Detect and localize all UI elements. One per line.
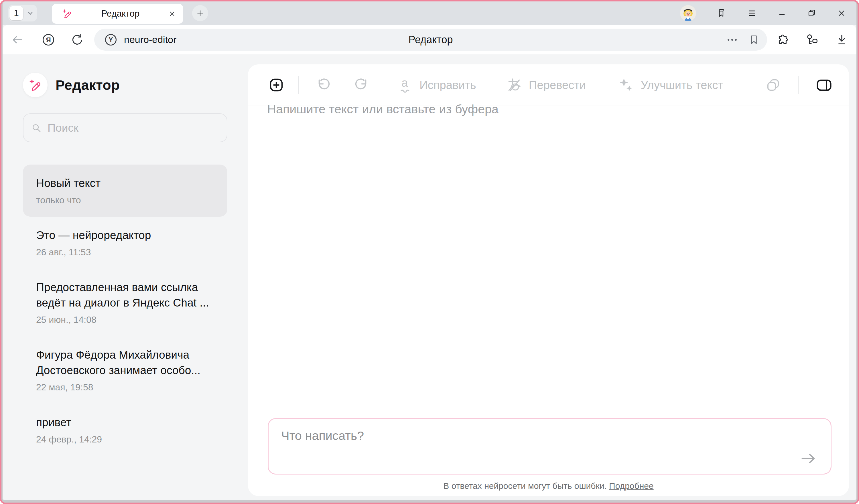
copy-button[interactable] <box>765 77 781 93</box>
disclaimer-text: В ответах нейросети могут быть ошибки. <box>443 481 606 491</box>
document-title: Новый текст <box>36 175 214 191</box>
svg-text:Y: Y <box>108 36 113 44</box>
document-title: Предоставленная вами ссылка ведёт на диа… <box>36 280 214 310</box>
extensions-puzzle-icon[interactable] <box>776 33 789 46</box>
url-text: neuro-editor <box>124 34 176 45</box>
document-timestamp: 22 мая, 19:58 <box>36 382 214 393</box>
fix-text-label: Исправить <box>420 79 476 92</box>
document-list-item[interactable]: Новый тексттолько что <box>23 165 227 217</box>
fix-text-button[interactable]: а Исправить <box>398 77 476 93</box>
reload-icon[interactable] <box>71 33 84 46</box>
editor-toolbar: а Исправить Перевести <box>248 64 849 106</box>
document-list: Новый тексттолько чтоЭто — нейроредактор… <box>23 165 227 456</box>
tab-strip: 1 Редактор <box>3 1 856 25</box>
translate-label: Перевести <box>529 79 586 92</box>
search-input[interactable] <box>47 122 219 134</box>
disclaimer-more-link[interactable]: Подробнее <box>609 481 654 491</box>
chevron-down-icon[interactable] <box>26 9 35 17</box>
panel-toggle-button[interactable] <box>815 77 833 93</box>
search-box[interactable] <box>23 113 227 142</box>
editor-text-area[interactable] <box>248 107 849 418</box>
page-title: Редактор <box>94 34 767 46</box>
document-timestamp: 26 авг., 11:53 <box>36 246 214 258</box>
translate-button[interactable]: Перевести <box>506 77 586 93</box>
sidebar: Редактор Новый тексттолько чтоЭто — нейр… <box>23 55 227 456</box>
tab-close-icon[interactable] <box>168 10 176 17</box>
send-arrow-button[interactable] <box>799 450 817 467</box>
improve-text-label: Улучшить текст <box>641 79 723 92</box>
tab-favicon-pencil-icon <box>62 8 73 19</box>
yandex-search-icon[interactable]: Я <box>42 33 55 47</box>
document-list-item[interactable]: Это — нейроредактор26 авг., 11:53 <box>23 217 227 269</box>
sparkles-icon <box>618 77 634 93</box>
window-controls <box>680 1 846 25</box>
document-title: Фигура Фёдора Михайловича Достоевского з… <box>36 347 214 378</box>
document-timestamp: 25 июн., 14:08 <box>36 314 214 325</box>
document-timestamp: 24 февр., 14:29 <box>36 433 214 445</box>
prompt-box <box>268 418 831 474</box>
browser-window: 1 Редактор <box>1 1 858 503</box>
site-badge-icon: Y <box>104 33 118 47</box>
ai-disclaimer: В ответах нейросети могут быть ошибки. П… <box>248 481 849 491</box>
document-title: привет <box>36 415 214 430</box>
bookmarks-panel-icon[interactable] <box>717 8 726 18</box>
editor-card: а Исправить Перевести <box>248 64 849 496</box>
new-document-button[interactable] <box>267 76 285 94</box>
search-icon <box>31 122 42 133</box>
minimize-icon[interactable] <box>778 9 786 18</box>
svg-text:Я: Я <box>46 36 51 44</box>
fix-a-wavy-icon: а <box>398 77 412 93</box>
profile-avatar[interactable] <box>680 5 696 21</box>
editor-placeholder: Напишите текст или вставьте из буфера <box>267 102 498 116</box>
tab-count-badge[interactable]: 1 <box>10 6 23 20</box>
bookmark-flag-icon[interactable] <box>748 34 760 46</box>
toolbar-divider <box>298 76 299 94</box>
translate-icon <box>506 77 522 93</box>
document-title: Это — нейроредактор <box>36 228 214 243</box>
app-logo-row: Редактор <box>23 73 227 97</box>
browser-window-frame: 1 Редактор <box>0 0 859 504</box>
close-window-icon[interactable] <box>837 9 846 18</box>
improve-text-button[interactable]: Улучшить текст <box>618 77 723 93</box>
prompt-input[interactable] <box>269 419 831 474</box>
tab-counter-control[interactable]: 1 <box>8 5 37 21</box>
redo-button[interactable] <box>352 76 370 94</box>
tab-title: Редактор <box>73 9 168 19</box>
browser-tab-active[interactable]: Редактор <box>52 4 183 24</box>
toolbar-divider <box>798 76 799 94</box>
new-tab-button[interactable] <box>192 5 208 21</box>
neuro-editor-page: Редактор Новый тексттолько чтоЭто — нейр… <box>3 55 856 500</box>
app-logo-pencil-icon <box>23 73 47 97</box>
passwords-key-icon[interactable] <box>805 33 819 46</box>
url-field[interactable]: Y neuro-editor Редактор <box>94 29 767 51</box>
downloads-icon[interactable] <box>835 33 848 46</box>
document-list-item[interactable]: Фигура Фёдора Михайловича Достоевского з… <box>23 336 227 404</box>
address-bar: Я Y neuro-editor Редактор <box>3 25 856 55</box>
undo-button[interactable] <box>315 76 332 94</box>
document-list-item[interactable]: привет24 февр., 14:29 <box>23 404 227 456</box>
back-icon[interactable] <box>11 33 24 46</box>
app-title: Редактор <box>56 77 120 93</box>
browser-menu-icon[interactable] <box>747 8 757 18</box>
svg-text:а: а <box>402 77 408 89</box>
document-list-item[interactable]: Предоставленная вами ссылка ведёт на диа… <box>23 269 227 336</box>
restore-window-icon[interactable] <box>807 9 816 18</box>
more-options-icon[interactable] <box>726 33 738 46</box>
document-timestamp: только что <box>36 194 214 206</box>
